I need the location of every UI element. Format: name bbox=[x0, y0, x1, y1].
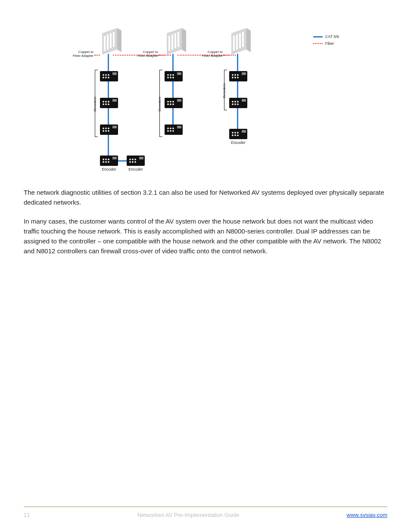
encoder-label: Encoder bbox=[125, 167, 146, 171]
encoder-device bbox=[100, 156, 118, 166]
adapter-label: Copper to Fiber Adapter bbox=[134, 50, 158, 58]
decoder-device bbox=[229, 98, 247, 108]
fiber-link bbox=[224, 55, 229, 56]
legend-label-fiber: Fiber bbox=[325, 41, 334, 46]
footer-doc-title: Networked AV Pre-Implementation Guide bbox=[137, 512, 240, 518]
diagram-legend: CAT 5/6 Fiber bbox=[313, 34, 339, 48]
encoder-label: Encoder bbox=[227, 140, 249, 145]
decoder-device bbox=[165, 71, 183, 81]
cat-link bbox=[118, 160, 127, 162]
decoder-device bbox=[229, 71, 247, 81]
decoder-device bbox=[165, 98, 183, 108]
page-number: 11 bbox=[24, 512, 30, 518]
building-icon bbox=[227, 28, 251, 56]
decoders-label: Decoders bbox=[158, 97, 162, 112]
footer-link[interactable]: www.svsiav.com bbox=[347, 512, 387, 518]
paragraph-2: In many cases, the customer wants contro… bbox=[24, 216, 387, 256]
legend-swatch-fiber bbox=[313, 43, 323, 44]
encoder-label: Encoder bbox=[98, 167, 120, 171]
decoder-device bbox=[100, 98, 118, 108]
footer-rule bbox=[24, 507, 387, 507]
paragraph-1: The network diagnostic utilities of sect… bbox=[24, 187, 387, 208]
decoder-device bbox=[100, 124, 118, 135]
decoder-device bbox=[100, 71, 118, 81]
fiber-link bbox=[94, 55, 100, 56]
decoders-label: Decoders bbox=[222, 84, 226, 98]
cat-link bbox=[237, 54, 238, 130]
encoder-device bbox=[127, 156, 145, 166]
legend-swatch-cat bbox=[313, 36, 323, 37]
adapter-label: Copper to Fiber Adapter bbox=[199, 50, 223, 58]
building-icon bbox=[98, 28, 121, 56]
fiber-link bbox=[159, 55, 165, 56]
decoder-device bbox=[165, 124, 183, 135]
building-icon bbox=[162, 28, 186, 56]
page-footer: 11 Networked AV Pre-Implementation Guide… bbox=[24, 512, 387, 518]
encoder-device bbox=[229, 129, 247, 139]
legend-label-cat: CAT 5/6 bbox=[325, 34, 339, 39]
decoders-label: Decoders bbox=[93, 97, 97, 112]
adapter-label: Copper to Fiber Adapter bbox=[70, 50, 93, 58]
cat-link bbox=[172, 54, 174, 125]
network-diagram: CAT 5/6 Fiber Copper to Fiber AdapterDec… bbox=[72, 24, 339, 174]
